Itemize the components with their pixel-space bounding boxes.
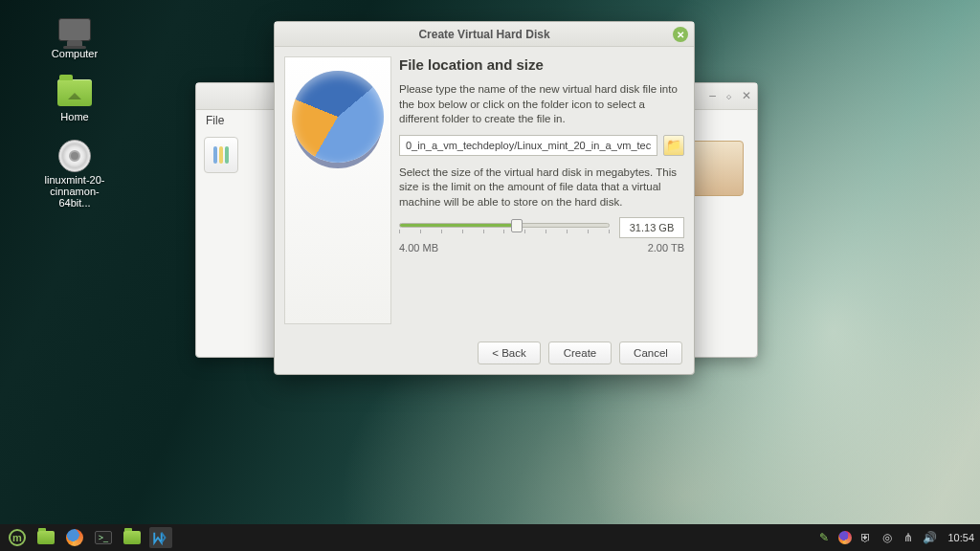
tray-shield-icon[interactable]: ⛨ [859, 531, 873, 544]
desktop-icon-home[interactable]: Home [38, 77, 111, 122]
desktop-icon-label: Computer [52, 48, 98, 59]
firefox-icon [66, 529, 83, 546]
cancel-button[interactable]: Cancel [619, 342, 682, 364]
tray-volume-icon[interactable]: 🔊 [923, 531, 936, 544]
slider-max-label: 2.00 TB [648, 242, 684, 253]
dialog-title: Create Virtual Hard Disk [418, 28, 549, 41]
taskbar-terminal-button[interactable]: >_ [92, 527, 115, 548]
desktop-icons-area: Computer Home linuxmint-20-cinnamon-64bi… [38, 13, 111, 209]
taskbar: m >_ ✎ ⛨ ◎ ⋔ 🔊 10:54 [0, 524, 980, 551]
home-folder-icon [57, 79, 92, 106]
dialog-content: File location and size Please type the n… [399, 56, 684, 324]
welcome-box-illustration [688, 141, 744, 196]
system-tray: ✎ ⛨ ◎ ⋔ 🔊 10:54 [817, 531, 974, 544]
slider-thumb[interactable] [511, 219, 523, 232]
taskbar-files2-button[interactable] [121, 527, 144, 548]
slider-ticks [399, 230, 610, 233]
file-path-input[interactable] [399, 135, 657, 156]
create-virtual-hard-disk-dialog: Create Virtual Hard Disk ✕ File location… [274, 21, 695, 375]
dialog-paragraph-1: Please type the name of the new virtual … [399, 82, 684, 127]
browse-folder-button[interactable]: 📁 [663, 135, 684, 156]
computer-icon [58, 18, 91, 41]
window-close-icon[interactable]: ✕ [742, 89, 751, 102]
folder-open-icon: 📁 [666, 138, 681, 152]
folder-icon [37, 531, 55, 544]
menu-file[interactable]: File [206, 114, 224, 127]
tray-updates-icon[interactable]: ◎ [880, 531, 894, 544]
dialog-titlebar[interactable]: Create Virtual Hard Disk ✕ [275, 22, 694, 47]
desktop-icon-computer[interactable]: Computer [38, 13, 111, 59]
taskbar-virtualbox-button[interactable] [149, 527, 172, 548]
desktop-icon-label: linuxmint-20-cinnamon-64bit... [38, 174, 111, 209]
tools-sidebar-button[interactable] [204, 137, 238, 173]
tray-network-icon[interactable]: ⋔ [902, 531, 915, 544]
tools-icon [213, 146, 229, 164]
dialog-illustration-panel [284, 56, 391, 324]
disk-size-slider[interactable] [399, 223, 610, 233]
dialog-paragraph-2: Select the size of the virtual hard disk… [399, 165, 684, 210]
taskbar-clock[interactable]: 10:54 [947, 532, 974, 543]
window-maximize-icon[interactable]: ⬦ [725, 89, 732, 102]
mint-logo-icon: m [9, 529, 26, 546]
desktop-icon-iso[interactable]: linuxmint-20-cinnamon-64bit... [38, 140, 111, 209]
folder-icon [123, 531, 141, 544]
desktop-icon-label: Home [60, 111, 88, 122]
start-menu-button[interactable]: m [6, 527, 29, 548]
dialog-heading: File location and size [399, 56, 684, 73]
back-button[interactable]: < Back [478, 342, 541, 364]
window-minimize-icon[interactable]: – [709, 89, 716, 102]
disc-icon [58, 140, 91, 172]
taskbar-files-button[interactable] [34, 527, 57, 548]
taskbar-firefox-button[interactable] [63, 527, 86, 548]
disk-size-value[interactable]: 31.13 GB [619, 217, 684, 238]
dialog-close-button[interactable]: ✕ [673, 27, 688, 42]
terminal-icon: >_ [95, 531, 112, 544]
pie-chart-icon [292, 71, 384, 163]
virtualbox-icon [152, 529, 169, 546]
tray-firefox-icon[interactable] [838, 531, 852, 544]
create-button[interactable]: Create [548, 342, 612, 364]
tray-pen-icon[interactable]: ✎ [817, 531, 831, 544]
slider-min-label: 4.00 MB [399, 242, 438, 253]
